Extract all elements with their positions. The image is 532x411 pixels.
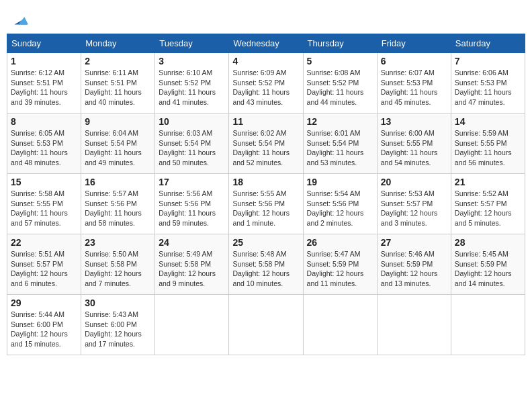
day-header-monday: Monday (81, 34, 155, 53)
day-number: 9 (85, 116, 151, 127)
day-info: Sunrise: 5:49 AMSunset: 5:58 PMDaylight:… (159, 249, 225, 289)
day-header-saturday: Saturday (451, 34, 525, 53)
svg-marker-1 (18, 17, 28, 24)
logo-icon (9, 11, 28, 30)
day-number: 2 (85, 56, 151, 66)
calendar-cell: 9 Sunrise: 6:04 AMSunset: 5:54 PMDayligh… (81, 113, 155, 174)
day-info: Sunrise: 5:57 AMSunset: 5:56 PMDaylight:… (85, 189, 151, 228)
week-row-2: 8 Sunrise: 6:05 AMSunset: 5:53 PMDayligh… (7, 113, 525, 174)
day-number: 19 (307, 177, 373, 187)
day-number: 13 (381, 116, 447, 127)
calendar-cell: 4 Sunrise: 6:09 AMSunset: 5:52 PMDayligh… (229, 53, 303, 113)
calendar-cell: 29 Sunrise: 5:44 AMSunset: 6:00 PMDaylig… (7, 295, 81, 355)
calendar-cell: 2 Sunrise: 6:11 AMSunset: 5:51 PMDayligh… (81, 53, 155, 113)
calendar-cell: 17 Sunrise: 5:56 AMSunset: 5:56 PMDaylig… (155, 174, 229, 234)
day-info: Sunrise: 6:01 AMSunset: 5:54 PMDaylight:… (307, 128, 373, 168)
calendar-cell: 14 Sunrise: 5:59 AMSunset: 5:55 PMDaylig… (451, 113, 525, 174)
day-header-wednesday: Wednesday (229, 34, 303, 53)
day-header-friday: Friday (377, 34, 451, 53)
day-info: Sunrise: 5:48 AMSunset: 5:58 PMDaylight:… (232, 249, 299, 289)
calendar-cell (451, 295, 525, 355)
day-info: Sunrise: 5:43 AMSunset: 6:00 PMDaylight:… (85, 310, 151, 349)
day-number: 27 (381, 237, 447, 248)
calendar-cell (155, 295, 229, 355)
day-number: 29 (11, 298, 77, 308)
day-info: Sunrise: 5:51 AMSunset: 5:57 PMDaylight:… (11, 249, 77, 289)
calendar-cell: 13 Sunrise: 6:00 AMSunset: 5:55 PMDaylig… (377, 113, 451, 174)
week-row-3: 15 Sunrise: 5:58 AMSunset: 5:55 PMDaylig… (7, 174, 525, 234)
day-info: Sunrise: 5:59 AMSunset: 5:55 PMDaylight:… (455, 128, 521, 168)
day-number: 17 (159, 177, 225, 187)
week-row-4: 22 Sunrise: 5:51 AMSunset: 5:57 PMDaylig… (7, 234, 525, 295)
calendar-cell: 11 Sunrise: 6:02 AMSunset: 5:54 PMDaylig… (229, 113, 303, 174)
calendar-cell: 6 Sunrise: 6:07 AMSunset: 5:53 PMDayligh… (377, 53, 451, 113)
day-number: 23 (85, 237, 151, 248)
day-number: 6 (381, 56, 447, 66)
day-number: 30 (85, 298, 151, 308)
calendar-header-row: SundayMondayTuesdayWednesdayThursdayFrid… (7, 34, 525, 53)
day-number: 10 (159, 116, 225, 127)
calendar-cell: 24 Sunrise: 5:49 AMSunset: 5:58 PMDaylig… (155, 234, 229, 295)
day-number: 15 (11, 177, 77, 187)
calendar-cell: 28 Sunrise: 5:45 AMSunset: 5:59 PMDaylig… (451, 234, 525, 295)
day-number: 12 (307, 116, 373, 127)
day-number: 14 (455, 116, 521, 127)
day-number: 16 (85, 177, 151, 187)
day-number: 22 (11, 237, 77, 248)
day-info: Sunrise: 5:52 AMSunset: 5:57 PMDaylight:… (455, 189, 521, 228)
calendar-cell: 10 Sunrise: 6:03 AMSunset: 5:54 PMDaylig… (155, 113, 229, 174)
week-row-1: 1 Sunrise: 6:12 AMSunset: 5:51 PMDayligh… (7, 53, 525, 113)
calendar-cell: 22 Sunrise: 5:51 AMSunset: 5:57 PMDaylig… (7, 234, 81, 295)
logo (7, 11, 28, 30)
calendar-cell: 18 Sunrise: 5:55 AMSunset: 5:56 PMDaylig… (229, 174, 303, 234)
day-info: Sunrise: 5:53 AMSunset: 5:57 PMDaylight:… (381, 189, 447, 228)
calendar-cell: 8 Sunrise: 6:05 AMSunset: 5:53 PMDayligh… (7, 113, 81, 174)
calendar-cell: 3 Sunrise: 6:10 AMSunset: 5:52 PMDayligh… (155, 53, 229, 113)
day-info: Sunrise: 5:45 AMSunset: 5:59 PMDaylight:… (455, 249, 521, 289)
day-info: Sunrise: 5:46 AMSunset: 5:59 PMDaylight:… (381, 249, 447, 289)
calendar-cell: 26 Sunrise: 5:47 AMSunset: 5:59 PMDaylig… (303, 234, 377, 295)
calendar-cell: 30 Sunrise: 5:43 AMSunset: 6:00 PMDaylig… (81, 295, 155, 355)
calendar-cell: 5 Sunrise: 6:08 AMSunset: 5:52 PMDayligh… (303, 53, 377, 113)
day-header-thursday: Thursday (303, 34, 377, 53)
day-info: Sunrise: 6:07 AMSunset: 5:53 PMDaylight:… (381, 68, 447, 107)
calendar-cell: 19 Sunrise: 5:54 AMSunset: 5:56 PMDaylig… (303, 174, 377, 234)
calendar-cell: 21 Sunrise: 5:52 AMSunset: 5:57 PMDaylig… (451, 174, 525, 234)
day-header-sunday: Sunday (7, 34, 81, 53)
calendar-cell: 20 Sunrise: 5:53 AMSunset: 5:57 PMDaylig… (377, 174, 451, 234)
day-info: Sunrise: 6:11 AMSunset: 5:51 PMDaylight:… (85, 68, 151, 107)
day-number: 8 (11, 116, 77, 127)
week-row-5: 29 Sunrise: 5:44 AMSunset: 6:00 PMDaylig… (7, 295, 525, 355)
day-info: Sunrise: 5:47 AMSunset: 5:59 PMDaylight:… (307, 249, 373, 289)
calendar-cell: 25 Sunrise: 5:48 AMSunset: 5:58 PMDaylig… (229, 234, 303, 295)
day-info: Sunrise: 5:54 AMSunset: 5:56 PMDaylight:… (307, 189, 373, 228)
day-info: Sunrise: 6:02 AMSunset: 5:54 PMDaylight:… (232, 128, 299, 168)
calendar-cell: 12 Sunrise: 6:01 AMSunset: 5:54 PMDaylig… (303, 113, 377, 174)
calendar-cell (377, 295, 451, 355)
day-info: Sunrise: 6:04 AMSunset: 5:54 PMDaylight:… (85, 128, 151, 168)
day-info: Sunrise: 6:05 AMSunset: 5:53 PMDaylight:… (11, 128, 77, 168)
day-info: Sunrise: 5:50 AMSunset: 5:58 PMDaylight:… (85, 249, 151, 289)
page-header (7, 7, 525, 30)
calendar-table: SundayMondayTuesdayWednesdayThursdayFrid… (7, 34, 525, 355)
day-number: 28 (455, 237, 521, 248)
calendar-cell (229, 295, 303, 355)
day-info: Sunrise: 6:00 AMSunset: 5:55 PMDaylight:… (381, 128, 447, 168)
day-info: Sunrise: 5:44 AMSunset: 6:00 PMDaylight:… (11, 310, 77, 349)
day-header-tuesday: Tuesday (155, 34, 229, 53)
day-number: 25 (232, 237, 299, 248)
calendar-cell: 27 Sunrise: 5:46 AMSunset: 5:59 PMDaylig… (377, 234, 451, 295)
day-info: Sunrise: 6:10 AMSunset: 5:52 PMDaylight:… (159, 68, 225, 107)
day-info: Sunrise: 5:56 AMSunset: 5:56 PMDaylight:… (159, 189, 225, 228)
day-info: Sunrise: 6:08 AMSunset: 5:52 PMDaylight:… (307, 68, 373, 107)
day-number: 5 (307, 56, 373, 66)
day-number: 24 (159, 237, 225, 248)
calendar-cell: 15 Sunrise: 5:58 AMSunset: 5:55 PMDaylig… (7, 174, 81, 234)
day-info: Sunrise: 6:09 AMSunset: 5:52 PMDaylight:… (232, 68, 299, 107)
day-number: 1 (11, 56, 77, 66)
calendar-cell: 7 Sunrise: 6:06 AMSunset: 5:53 PMDayligh… (451, 53, 525, 113)
day-number: 11 (232, 116, 299, 127)
day-number: 21 (455, 177, 521, 187)
day-info: Sunrise: 5:58 AMSunset: 5:55 PMDaylight:… (11, 189, 77, 228)
calendar-cell: 16 Sunrise: 5:57 AMSunset: 5:56 PMDaylig… (81, 174, 155, 234)
